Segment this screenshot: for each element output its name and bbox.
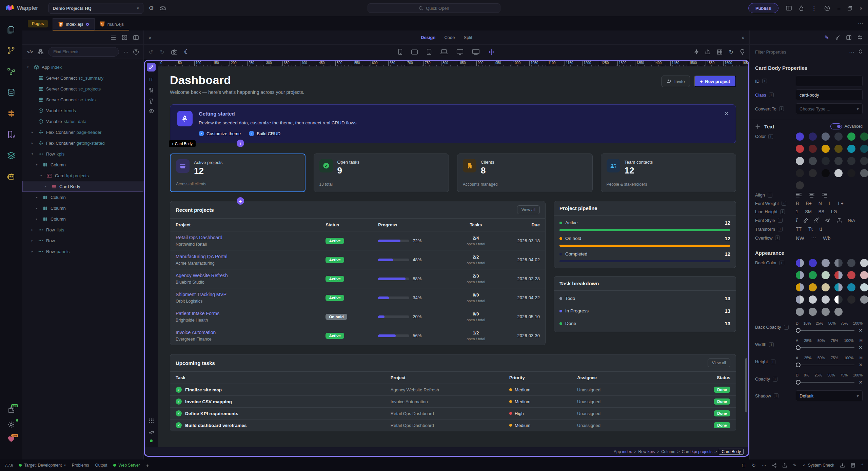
breadcrumb-item[interactable]: Card Body [719,449,744,455]
transform-option[interactable]: TT [796,226,802,232]
tree-item-status_data[interactable]: Variablestatus_data [22,116,143,127]
text-color-swatch[interactable] [822,132,830,141]
text-color-swatch[interactable] [860,132,868,141]
back-color-swatch[interactable] [860,295,868,304]
info-icon[interactable]: i [769,342,774,347]
italic-icon[interactable]: I [796,217,797,223]
back-color-swatch[interactable] [847,283,855,291]
ruler-icon[interactable] [149,429,154,434]
system-check-button[interactable]: ✓ System Check [803,463,834,468]
device-tablet-icon[interactable] [427,49,432,55]
upload-icon[interactable] [783,463,787,468]
back-color-swatch[interactable] [834,259,843,267]
shadow-select[interactable]: Default▾ [796,390,863,401]
table-row[interactable]: ✓Build dashboard wireframesRetail Ops Da… [170,419,736,431]
apps-grid-icon[interactable] [149,418,154,423]
back-color-swatch[interactable] [809,259,817,267]
window-minimize-button[interactable]: – [837,5,840,11]
align-right-icon[interactable] [822,193,828,198]
text-color-swatch[interactable] [796,145,804,153]
table-row[interactable]: ✓Define KPI requirementsRetail Ops Dashb… [170,408,736,419]
insert-element-button[interactable]: + [237,140,244,147]
window-restore-button[interactable] [848,6,852,11]
slider-track[interactable] [796,328,854,333]
project-link[interactable]: Retail Ops Dashboard [176,235,315,240]
info-icon[interactable]: i [769,93,774,97]
clear-icon[interactable]: ✕ [859,345,863,350]
tree-item-column[interactable]: ▸Column [22,213,143,224]
slider-track[interactable] [796,345,854,350]
device-tablet-landscape-icon[interactable] [411,49,418,55]
view-all-button[interactable]: View all [708,359,730,367]
tree-chevron-icon[interactable]: ▸ [36,217,41,221]
back-color-swatch[interactable] [847,271,855,279]
text-color-swatch[interactable] [822,145,830,153]
text-color-swatch[interactable] [796,169,804,177]
split-view-button[interactable]: Split [464,35,472,40]
slider-knob[interactable] [796,328,801,333]
edit-mode-icon[interactable] [147,63,156,71]
tree-item-row[interactable]: ▸Row [22,235,143,246]
undo-icon[interactable]: ↺ [149,49,153,55]
typography-icon[interactable]: tT [149,77,153,82]
theme-droplet-icon[interactable] [799,5,804,11]
tree-item-index[interactable]: ▾Appindex [22,62,143,73]
back-color-swatch[interactable] [822,271,830,279]
align-center-icon[interactable] [809,193,815,198]
kpi-card-building[interactable]: Clients8Accounts managed [457,153,593,192]
class-input[interactable] [796,89,863,100]
tree-chevron-icon[interactable]: ▾ [32,152,37,156]
font-style-na[interactable]: N/A [848,218,855,223]
tree-chevron-icon[interactable]: ▾ [40,174,45,177]
device-tv-icon[interactable] [472,49,480,55]
ellipsis-icon[interactable]: ⋯ [762,463,766,468]
info-icon[interactable]: i [762,79,767,83]
info-icon[interactable]: i [774,393,778,398]
text-color-swatch[interactable] [809,132,817,141]
tree-item-trends[interactable]: Variabletrends [22,105,143,116]
split-view-icon[interactable] [786,6,792,11]
drag-section-icon[interactable] [755,124,760,129]
more-options-icon[interactable]: ⋯ [124,49,129,55]
text-color-swatch[interactable] [860,145,868,153]
text-color-swatch[interactable] [834,169,843,177]
text-color-swatch[interactable] [834,132,843,141]
back-color-swatch[interactable] [796,259,804,267]
clear-icon[interactable]: ✕ [859,328,863,333]
table-row[interactable]: Shipment Tracking MVPOrbit LogisticsActi… [170,288,545,307]
settings-icon[interactable] [7,421,15,428]
hand-icon[interactable] [825,218,831,223]
cloud-sync-icon[interactable] [159,6,166,11]
back-color-swatch[interactable] [809,271,817,279]
tree-chevron-icon[interactable]: ▸ [32,250,37,253]
project-link[interactable]: Manufacturing QA Portal [176,254,315,259]
info-icon[interactable]: i [784,325,789,330]
back-color-swatch[interactable] [860,271,868,279]
back-color-swatch[interactable] [809,295,817,304]
line-height-option[interactable]: 1 [796,209,798,214]
archive-icon[interactable] [851,463,855,468]
text-color-swatch[interactable] [796,181,804,189]
info-icon[interactable]: i [780,209,785,214]
tree-item-kpis[interactable]: ▾Rowkpis [22,148,143,159]
tree-item-lists[interactable]: ▸Rowlists [22,224,143,235]
tree-item-column[interactable]: ▸Column [22,192,143,203]
breadcrumb-item[interactable]: Card kpi-projects [682,449,713,454]
transform-option[interactable]: tt [820,226,822,232]
back-color-swatch[interactable] [834,271,843,279]
font-weight-option[interactable]: N [818,201,822,206]
tree-item-panels[interactable]: ▸Rowpanels [22,246,143,257]
text-color-swatch[interactable] [860,157,868,165]
text-color-swatch[interactable] [834,157,843,165]
slider-knob[interactable] [796,345,801,350]
info-icon[interactable]: i [771,360,775,364]
info-icon[interactable]: i [768,193,772,198]
tree-chevron-icon[interactable]: ▸ [32,239,37,242]
tree-chevron-icon[interactable]: ▸ [36,196,41,199]
extensions-puzzle-icon[interactable]: app [7,406,15,413]
info-icon[interactable]: i [773,377,777,382]
invite-button[interactable]: Invite [662,76,690,87]
tab-overflow-icon[interactable]: ⋯ [858,20,863,27]
signpost-icon[interactable] [7,109,16,118]
tree-item-sc_summary[interactable]: Server Connectsc_summary [22,73,143,83]
